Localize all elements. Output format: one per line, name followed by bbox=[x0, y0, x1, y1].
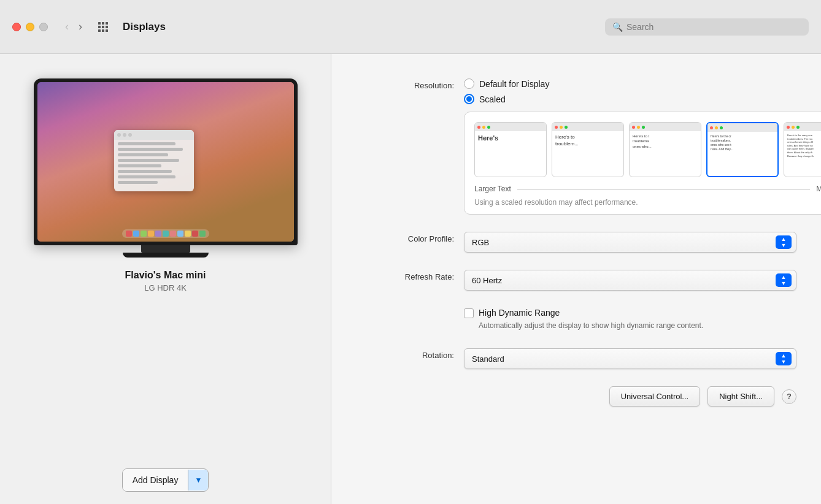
dock-icon bbox=[199, 231, 206, 237]
thumb-dot-green bbox=[720, 126, 723, 129]
scale-thumb-4[interactable]: Here's to the crtroublemakers.ones who s… bbox=[706, 122, 779, 177]
universal-control-button[interactable]: Universal Control... bbox=[609, 386, 701, 407]
screen-window bbox=[114, 130, 194, 191]
bottom-controls: Universal Control... Night Shift... ? bbox=[356, 386, 796, 407]
color-profile-row: Color Profile: RGB ▲ ▼ bbox=[356, 232, 796, 253]
resolution-radio-group: Default for Display Scaled bbox=[464, 78, 821, 104]
scale-thumb-1[interactable]: Here's bbox=[474, 122, 547, 177]
content-line bbox=[118, 181, 158, 184]
refresh-rate-control: 60 Hertz ▲ ▼ bbox=[464, 270, 796, 291]
thumb-dot-red bbox=[555, 126, 558, 129]
color-profile-select-wrapper: RGB ▲ ▼ bbox=[464, 232, 796, 253]
screen-dock bbox=[122, 229, 209, 238]
monitor-base bbox=[123, 253, 209, 258]
traffic-lights bbox=[12, 23, 48, 31]
night-shift-button[interactable]: Night Shift... bbox=[707, 386, 774, 407]
refresh-rate-select-wrapper: 60 Hertz ▲ ▼ bbox=[464, 270, 796, 291]
monitor-screen bbox=[37, 82, 294, 242]
scale-line bbox=[517, 189, 810, 189]
thumb-dot-green bbox=[487, 126, 490, 129]
rotation-select[interactable]: Standard bbox=[464, 348, 796, 369]
dock-icon bbox=[133, 231, 139, 237]
default-radio-button[interactable] bbox=[464, 78, 474, 89]
monitor-frame bbox=[34, 78, 298, 245]
close-button[interactable] bbox=[12, 23, 21, 31]
titlebar: ‹ › Displays 🔍 bbox=[0, 0, 821, 54]
thumb-dot-green bbox=[642, 126, 645, 129]
scale-thumbnails: Here's Here's totroublem... bbox=[474, 122, 821, 177]
mini-dot-3 bbox=[128, 133, 132, 137]
thumb-3-content: Here's to ttroublemaones who... bbox=[630, 131, 701, 177]
color-profile-label: Color Profile: bbox=[356, 232, 454, 246]
dock-icon bbox=[170, 231, 176, 237]
monitor-display bbox=[34, 78, 298, 258]
hdr-row: High Dynamic Range Automatically adjust … bbox=[356, 308, 796, 331]
minimize-button[interactable] bbox=[26, 23, 34, 31]
rotation-label: Rotation: bbox=[356, 348, 454, 362]
monitor-name: Flavio's Mac mini bbox=[125, 270, 206, 281]
color-profile-select[interactable]: RGB bbox=[464, 232, 796, 253]
thumb-dot-green bbox=[796, 126, 800, 129]
default-resolution-option[interactable]: Default for Display bbox=[464, 78, 821, 89]
hdr-control: High Dynamic Range Automatically adjust … bbox=[464, 308, 796, 331]
hdr-checkbox[interactable] bbox=[464, 308, 474, 318]
thumb-dot-yellow bbox=[482, 126, 485, 129]
maximize-button[interactable] bbox=[39, 23, 48, 31]
page-title: Displays bbox=[123, 21, 598, 33]
dock-icon bbox=[148, 231, 154, 237]
hdr-spacer bbox=[356, 308, 454, 309]
content-line bbox=[118, 175, 175, 178]
back-button[interactable]: ‹ bbox=[61, 19, 72, 34]
hdr-title: High Dynamic Range bbox=[479, 308, 703, 318]
dock-icon bbox=[155, 231, 161, 237]
help-button[interactable]: ? bbox=[782, 389, 796, 404]
more-space-label: More Space bbox=[816, 185, 821, 193]
thumb-dot-yellow bbox=[715, 126, 718, 129]
dock-icon bbox=[177, 231, 183, 237]
hdr-checkbox-row: High Dynamic Range Automatically adjust … bbox=[464, 308, 796, 331]
rotation-row: Rotation: Standard ▲ ▼ bbox=[356, 348, 796, 369]
hdr-description: Automatically adjust the display to show… bbox=[479, 320, 703, 331]
search-box[interactable]: 🔍 bbox=[605, 18, 809, 36]
default-resolution-label: Default for Display bbox=[479, 79, 549, 89]
main-content: Flavio's Mac mini LG HDR 4K Add Display … bbox=[0, 54, 821, 504]
right-panel: Resolution: Default for Display Scaled bbox=[331, 54, 821, 504]
scale-thumb-5[interactable]: Here's to the crazy onetroublemakers. Th… bbox=[784, 122, 821, 177]
add-display-button[interactable]: Add Display ▼ bbox=[122, 468, 209, 492]
thumb-dot-yellow bbox=[792, 126, 795, 129]
scale-thumb-2[interactable]: Here's totroublem... bbox=[552, 122, 624, 177]
scale-note: Using a scaled resolution may affect per… bbox=[474, 198, 821, 207]
grid-icon[interactable] bbox=[98, 22, 110, 32]
refresh-rate-select[interactable]: 60 Hertz bbox=[464, 270, 796, 291]
thumb-1-bar bbox=[475, 123, 546, 131]
nav-buttons: ‹ › bbox=[61, 19, 86, 34]
thumb-dot-yellow bbox=[637, 126, 640, 129]
content-line bbox=[118, 142, 175, 145]
thumb-dot-red bbox=[477, 126, 480, 129]
window-content bbox=[114, 140, 194, 189]
scale-thumb-3[interactable]: Here's to ttroublemaones who... bbox=[629, 122, 701, 177]
thumb-4-bar bbox=[707, 123, 777, 132]
add-display-chevron-icon[interactable]: ▼ bbox=[188, 470, 208, 491]
thumb-dot-yellow bbox=[560, 126, 563, 129]
mini-dot-1 bbox=[117, 133, 121, 137]
dock-icon bbox=[192, 231, 198, 237]
scaled-resolution-label: Scaled bbox=[479, 94, 506, 104]
thumb-2-bar bbox=[552, 123, 623, 131]
search-input[interactable] bbox=[626, 22, 801, 32]
forward-button[interactable]: › bbox=[75, 19, 86, 34]
resolution-row: Resolution: Default for Display Scaled bbox=[356, 78, 796, 215]
dock-icon bbox=[185, 231, 191, 237]
thumb-dot-red bbox=[710, 126, 713, 129]
refresh-rate-row: Refresh Rate: 60 Hertz ▲ ▼ bbox=[356, 270, 796, 291]
scale-container: Here's Here's totroublem... bbox=[464, 112, 821, 215]
scaled-resolution-option[interactable]: Scaled bbox=[464, 94, 821, 104]
resolution-control: Default for Display Scaled bbox=[464, 78, 821, 215]
scaled-radio-button[interactable] bbox=[464, 94, 474, 104]
content-line bbox=[118, 153, 169, 156]
dock-icon bbox=[163, 231, 169, 237]
thumb-dot-red bbox=[787, 126, 790, 129]
thumb-4-content: Here's to the crtroublemakers.ones who s… bbox=[707, 132, 777, 176]
resolution-label: Resolution: bbox=[356, 78, 454, 93]
content-line bbox=[118, 148, 183, 151]
